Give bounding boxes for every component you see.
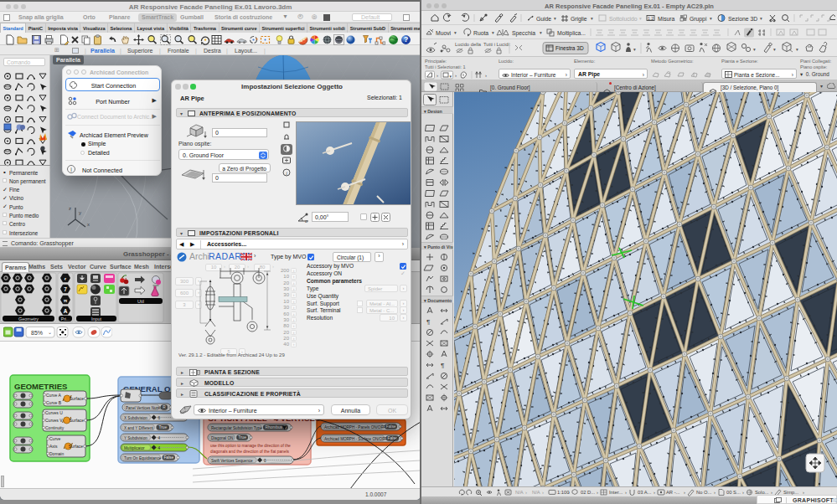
svg-text:Diagonal ON: Diagonal ON: [211, 436, 233, 440]
svg-text:A: A: [64, 308, 68, 314]
svg-text:Archicad MORPH - Surface ON/OF: Archicad MORPH - Surface ON/OFF: [324, 437, 387, 441]
svg-text:¶: ¶: [441, 362, 444, 369]
svg-text:⌄: ⌄: [48, 330, 52, 335]
svg-text:Muovi: Muovi: [436, 30, 452, 36]
svg-text:03 A...: 03 A...: [638, 490, 652, 495]
svg-text:z: z: [69, 206, 71, 211]
svg-text:Curve B: Curve B: [46, 400, 62, 405]
svg-text:i: i: [286, 171, 287, 176]
svg-text:4: 4: [158, 436, 161, 440]
svg-text:▾: ▾: [796, 47, 798, 52]
svg-text:00 S...: 00 S...: [726, 490, 741, 495]
svg-text:›: ›: [684, 490, 685, 495]
svg-text:02 D...: 02 D...: [581, 490, 595, 495]
svg-text:Moltiplica...: Moltiplica...: [557, 30, 586, 37]
svg-text:N/A: N/A: [515, 490, 524, 495]
svg-text:X and Y Different: X and Y Different: [124, 426, 153, 430]
svg-text:›: ›: [597, 490, 598, 495]
svg-text:0: 0: [264, 459, 266, 463]
svg-text:Geometry: Geometry: [18, 316, 39, 321]
svg-text:▾: ▾: [492, 30, 494, 35]
svg-text:False: False: [163, 455, 173, 460]
svg-text:4: 4: [158, 446, 161, 450]
svg-text:Finestra 3D: Finestra 3D: [555, 45, 584, 51]
svg-text:Misura: Misura: [658, 16, 675, 22]
svg-text:False: False: [386, 424, 396, 429]
svg-text:x: x: [87, 222, 90, 227]
svg-text:Sottolucido: Sottolucido: [609, 16, 638, 22]
svg-text:▾: ▾: [639, 16, 642, 21]
svg-text:Specchia: Specchia: [512, 30, 535, 37]
svg-text:▾: ▾: [753, 47, 756, 52]
svg-text:▾: ▾: [760, 16, 762, 21]
svg-text:▾: ▾: [633, 47, 636, 52]
svg-text:›: ›: [455, 73, 457, 78]
svg-text:›: ›: [714, 490, 716, 495]
svg-text:›: ›: [542, 490, 544, 495]
svg-text:›: ›: [568, 490, 570, 495]
svg-text:85%: 85%: [31, 330, 43, 336]
svg-text:Surface: Surface: [70, 418, 84, 423]
svg-text:Util: Util: [137, 299, 144, 304]
svg-text:X Subdivision: X Subdivision: [124, 416, 147, 420]
svg-text:Multiplicator: Multiplicator: [124, 446, 145, 450]
svg-text:Curve A: Curve A: [46, 393, 61, 398]
svg-text:diagonals and the direction of: diagonals and the direction of the flat …: [210, 450, 289, 454]
svg-text:Gruppi: Gruppi: [690, 16, 707, 23]
svg-text:y: y: [79, 210, 81, 215]
svg-text:▾: ▾: [591, 16, 593, 21]
svg-text:GEOMETRIES: GEOMETRIES: [14, 382, 67, 391]
svg-text:Rectangular Subdivision Type: Rectangular Subdivision Type: [211, 426, 262, 430]
svg-text:Guide: Guide: [536, 16, 551, 22]
svg-text:¶: ¶: [426, 318, 430, 326]
svg-text:π: π: [64, 298, 68, 303]
svg-text:Sezione 3D: Sezione 3D: [728, 16, 757, 22]
svg-text:▾: ▾: [710, 16, 712, 21]
svg-text:1.2: 1.2: [648, 16, 654, 21]
svg-text:Curve: Curve: [49, 436, 61, 441]
svg-text:Archicad MORPH - Panels ON/OFF: Archicad MORPH - Panels ON/OFF: [324, 425, 385, 429]
svg-text:Y Subdivision: Y Subdivision: [124, 436, 147, 440]
svg-text:No O...: No O...: [696, 490, 712, 495]
svg-text:Lucido della: Lucido della: [455, 42, 482, 47]
svg-text:Ruota: Ruota: [473, 30, 488, 36]
svg-text:Swift Vertices Sequence: Swift Vertices Sequence: [211, 459, 253, 463]
svg-text:7: 7: [64, 286, 67, 292]
svg-text:▾: ▾: [773, 47, 776, 52]
svg-text:◐: ◐: [64, 276, 67, 281]
svg-text:›: ›: [654, 490, 655, 495]
svg-text:Surface: Surface: [69, 444, 83, 449]
svg-text:Axis: Axis: [49, 444, 58, 449]
svg-text:▾: ▾: [554, 16, 556, 21]
svg-text:Curves U: Curves U: [45, 410, 63, 415]
svg-text:Domain: Domain: [49, 451, 64, 456]
svg-text:›: ›: [485, 73, 487, 78]
svg-text:▾: ▾: [454, 30, 457, 35]
svg-text:?: ?: [404, 35, 408, 44]
svg-text:Pri...: Pri...: [61, 316, 70, 321]
svg-text:use this option to manage the: use this option to manage the direction …: [210, 444, 291, 448]
svg-text:6: 6: [158, 416, 161, 420]
svg-text:R: R: [163, 405, 166, 409]
svg-text:Griglie: Griglie: [571, 16, 587, 23]
svg-text:N/A: N/A: [532, 490, 540, 495]
svg-text:Tutti i Lucidi:: Tutti i Lucidi:: [483, 42, 511, 47]
svg-text:Inter...: Inter...: [609, 490, 623, 495]
svg-text:Curves V: Curves V: [45, 418, 63, 423]
svg-text:Turn On Equidistance: Turn On Equidistance: [124, 456, 162, 460]
svg-text:›: ›: [742, 490, 744, 495]
svg-text:Surface: Surface: [70, 396, 84, 401]
svg-text:True: True: [158, 425, 167, 429]
svg-text:Input: Input: [91, 316, 102, 321]
svg-text:▾: ▾: [540, 30, 542, 35]
svg-text:›: ›: [625, 490, 627, 495]
svg-text:›: ›: [437, 73, 438, 78]
svg-text:AR -...: AR -...: [666, 490, 680, 495]
svg-text:Continuity: Continuity: [45, 425, 65, 430]
svg-text:α: α: [305, 219, 307, 224]
svg-text:›: ›: [525, 490, 527, 495]
svg-text:True: True: [238, 435, 246, 440]
